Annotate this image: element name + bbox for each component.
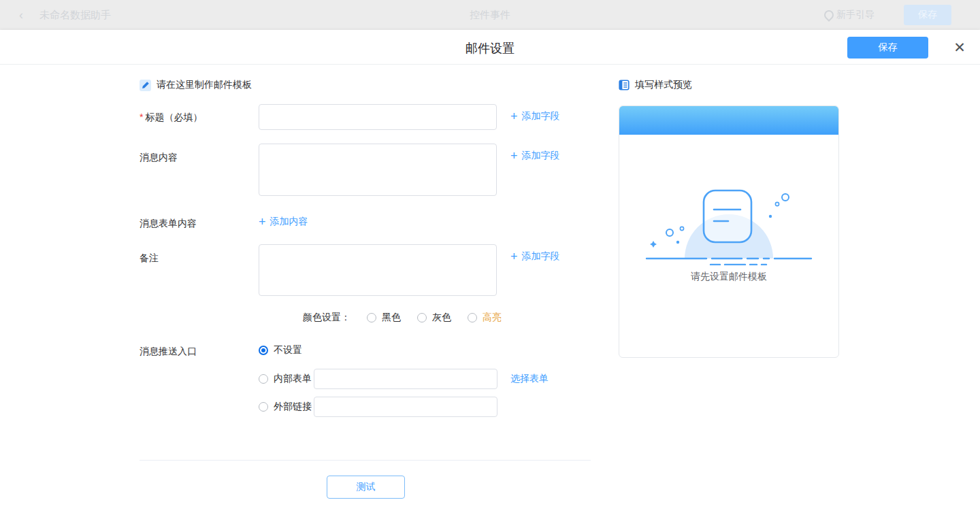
beginner-guide-button[interactable]: 新手引导	[824, 9, 875, 21]
test-button[interactable]: 测试	[327, 476, 405, 499]
radio-icon[interactable]	[259, 374, 268, 384]
message-content-textarea[interactable]	[259, 144, 497, 196]
title-field-label: *标题（必填）	[140, 112, 202, 124]
radio-option-internal-form[interactable]: 内部表单	[259, 369, 312, 389]
remark-label: 备注	[140, 252, 159, 265]
email-settings-screen: ‹ 未命名数据助手 控件事件 新手引导 保存 邮件设置 保存 ✕ 请在这里制作邮…	[0, 0, 980, 515]
plus-icon: +	[510, 110, 518, 122]
internal-form-input[interactable]	[314, 369, 497, 389]
plus-icon: +	[510, 250, 518, 263]
radio-option-gray[interactable]: 灰色	[417, 312, 451, 324]
template-section-header: 请在这里制作邮件模板	[140, 79, 252, 91]
plus-icon: +	[510, 150, 518, 162]
radio-icon[interactable]	[468, 313, 477, 322]
app-topbar: ‹ 未命名数据助手 控件事件 新手引导 保存	[0, 0, 980, 30]
add-field-link-title[interactable]: + 添加字段	[510, 110, 560, 122]
email-settings-modal: 邮件设置 保存 ✕ 请在这里制作邮件模板 *标题（必填） + 添加字段 消息内容…	[0, 30, 980, 515]
radio-icon[interactable]	[367, 313, 376, 322]
section-divider	[140, 460, 591, 461]
radio-selected-icon[interactable]	[259, 346, 268, 355]
save-button[interactable]: 保存	[847, 37, 928, 59]
close-icon[interactable]: ✕	[950, 38, 969, 57]
color-setting-row: 颜色设置： 黑色 灰色 高亮	[303, 312, 502, 324]
preview-empty-text: 请先设置邮件模板	[619, 271, 838, 283]
required-asterisk: *	[140, 112, 143, 122]
radio-icon[interactable]	[417, 313, 427, 322]
form-preview-icon	[619, 80, 630, 90]
topbar-save-button[interactable]: 保存	[904, 5, 951, 25]
preview-card-header	[619, 106, 838, 135]
push-entry-label: 消息推送入口	[140, 346, 197, 358]
edit-pencil-icon	[140, 80, 151, 91]
modal-header: 邮件设置 保存 ✕	[0, 30, 980, 65]
add-field-link-message[interactable]: + 添加字段	[510, 150, 560, 162]
radio-option-none[interactable]: 不设置	[259, 344, 302, 356]
plus-icon: +	[259, 216, 266, 228]
radio-icon[interactable]	[259, 402, 268, 412]
preview-card: 请先设置邮件模板	[619, 105, 839, 358]
title-input[interactable]	[259, 104, 497, 130]
modal-title: 邮件设置	[0, 40, 980, 56]
external-link-input[interactable]	[314, 397, 497, 417]
radio-option-external-link[interactable]: 外部链接	[259, 397, 312, 417]
beginner-guide-label: 新手引导	[836, 9, 875, 21]
message-content-label: 消息内容	[140, 152, 178, 164]
preview-section-title: 填写样式预览	[635, 79, 692, 91]
remark-textarea[interactable]	[259, 244, 497, 296]
select-form-link[interactable]: 选择表单	[510, 373, 549, 385]
add-content-link[interactable]: + 添加内容	[259, 216, 308, 228]
color-setting-label: 颜色设置：	[303, 312, 350, 324]
message-form-content-label: 消息表单内容	[140, 218, 197, 230]
location-pin-icon	[822, 8, 836, 22]
radio-option-black[interactable]: 黑色	[367, 312, 401, 324]
template-section-title: 请在这里制作邮件模板	[157, 79, 252, 91]
preview-section-header: 填写样式预览	[619, 79, 692, 91]
add-field-link-remark[interactable]: + 添加字段	[510, 250, 560, 263]
radio-option-highlight[interactable]: 高亮	[468, 312, 502, 324]
empty-state-illustration	[644, 182, 814, 267]
